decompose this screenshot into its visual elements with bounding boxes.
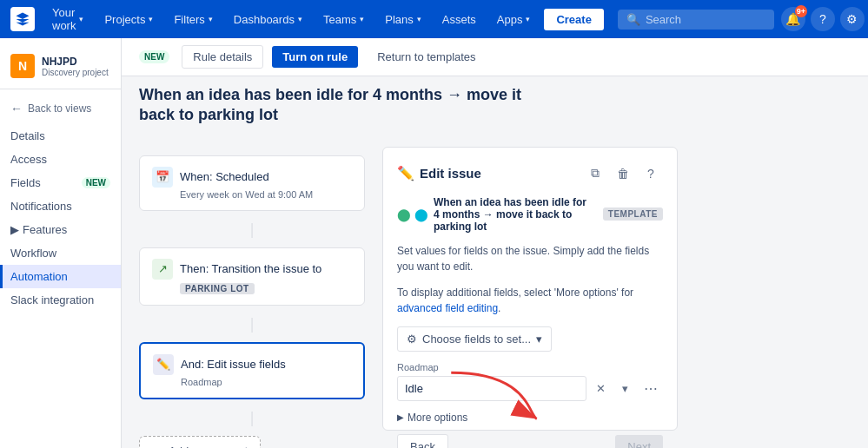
main-content: NEW Rule details Turn on rule Return to … (122, 38, 868, 448)
nav-plans[interactable]: Plans▾ (378, 10, 428, 30)
edit-panel-icon: ✏️ (397, 165, 414, 181)
chevron-down-icon: ▾ (536, 333, 542, 346)
flow-column: 📅 When: Scheduled Every week on Wed at 9… (139, 147, 365, 431)
nav-teams[interactable]: Teams▾ (316, 10, 371, 30)
chevron-down-icon: ▾ (417, 15, 421, 23)
project-info: NHJPD Discovery project (42, 56, 109, 77)
plus-icon: ＋ (152, 444, 163, 448)
back-button[interactable]: Back (397, 434, 448, 448)
back-to-views-link[interactable]: ← Back to views (0, 96, 121, 121)
new-tag: NEW (139, 50, 169, 63)
sidebar-item-features[interactable]: ▶ Features (0, 218, 121, 241)
chevron-down-icon: ▾ (526, 15, 530, 23)
chevron-down-icon: ▾ (298, 15, 302, 23)
panel-description-1: Set values for fields on the issue. Simp… (397, 243, 663, 274)
chevron-right-icon: ▶ (397, 412, 404, 422)
project-type: Discovery project (42, 68, 109, 77)
logo-area (10, 7, 35, 31)
project-name: NHJPD (42, 56, 109, 68)
top-navigation: Your work▾ Projects▾ Filters▾ Dashboards… (0, 0, 868, 38)
transition-icon: ↗ (152, 259, 173, 280)
gear-icon: ⚙ (407, 333, 417, 346)
sidebar-item-automation[interactable]: Automation (0, 265, 121, 288)
canvas: 📅 When: Scheduled Every week on Wed at 9… (122, 129, 868, 448)
copy-panel-button[interactable]: ⧉ (583, 161, 607, 186)
more-options-row[interactable]: ▶ More options (397, 412, 663, 424)
back-arrow-icon: ← (10, 102, 23, 115)
rule-name-area: When an idea has been idle for 4 months … (122, 76, 868, 129)
panel-title: Edit issue (420, 166, 481, 181)
expand-field-button[interactable]: ▾ (614, 378, 635, 399)
choose-fields-button[interactable]: ⚙ Choose fields to set... ▾ (397, 326, 552, 352)
field-label-roadmap: Roadmap (397, 362, 663, 372)
create-button[interactable]: Create (544, 9, 603, 30)
nav-projects[interactable]: Projects▾ (97, 10, 160, 30)
nav-dashboards[interactable]: Dashboards▾ (227, 10, 309, 30)
help-button[interactable]: ? (811, 7, 835, 31)
nav-filters[interactable]: Filters▾ (167, 10, 219, 30)
help-panel-button[interactable]: ? (639, 161, 663, 186)
panel-actions: ⧉ 🗑 ? (583, 161, 663, 186)
new-badge: NEW (82, 177, 110, 188)
parking-lot-badge: PARKING LOT (180, 283, 255, 294)
field-input-row: ✕ ▾ ⋯ (397, 376, 663, 401)
advanced-field-editing-link[interactable]: advanced field editing (397, 302, 498, 314)
sidebar-item-workflow[interactable]: Workflow (0, 241, 121, 265)
step-transition[interactable]: ↗ Then: Transition the issue to PARKING … (139, 247, 365, 306)
nav-apps[interactable]: Apps▾ (490, 10, 538, 30)
chevron-down-icon: ▾ (209, 15, 213, 23)
rule-status-icon-2: ⬤ (414, 208, 428, 221)
step-scheduled-subtitle: Every week on Wed at 9:00 AM (180, 189, 352, 200)
clear-field-button[interactable]: ✕ (590, 378, 611, 399)
nav-icons-group: 🔔 9+ ? ⚙ AK (781, 7, 868, 31)
template-badge: TEMPLATE (603, 208, 663, 221)
step-edit-fields[interactable]: ✏️ And: Edit issue fields Roadmap (139, 342, 365, 399)
next-button[interactable]: Next (615, 435, 663, 448)
step-edit-subtitle: Roadmap (181, 377, 351, 387)
panel-rule-name: When an idea has been idle for 4 months … (434, 196, 593, 233)
connector-2: | (139, 316, 365, 332)
connector-3: | (139, 410, 365, 425)
sidebar-item-access[interactable]: Access (0, 148, 121, 171)
connector-1: | (139, 221, 365, 237)
sidebar-item-slack[interactable]: Slack integration (0, 288, 121, 312)
sidebar: N NHJPD Discovery project ← Back to view… (0, 38, 122, 448)
project-header: N NHJPD Discovery project (0, 49, 121, 89)
nav-your-work[interactable]: Your work▾ (45, 3, 90, 36)
scheduled-icon: 📅 (152, 167, 173, 188)
jira-logo-icon (10, 7, 35, 31)
step-scheduled[interactable]: 📅 When: Scheduled Every week on Wed at 9… (139, 155, 365, 211)
rule-title: When an idea has been idle for 4 months … (139, 85, 539, 126)
delete-panel-button[interactable]: 🗑 (611, 161, 635, 186)
sidebar-item-details[interactable]: Details (0, 124, 121, 148)
return-to-templates-button[interactable]: Return to templates (367, 46, 486, 68)
sub-header: NEW Rule details Turn on rule Return to … (122, 38, 868, 76)
step-scheduled-title: When: Scheduled (180, 170, 269, 183)
edit-icon: ✏️ (153, 354, 174, 375)
field-more-options-button[interactable]: ⋯ (639, 376, 663, 400)
roadmap-field-input[interactable] (397, 376, 586, 401)
right-panel: ✏️ Edit issue ⧉ 🗑 ? ⬤ ⬤ When an idea has… (382, 147, 678, 431)
rule-status-icon-1: ⬤ (397, 208, 411, 221)
notification-badge: 9+ (795, 5, 807, 17)
sidebar-item-fields[interactable]: Fields NEW (0, 171, 121, 194)
rule-details-button[interactable]: Rule details (182, 45, 263, 69)
step-transition-title: Then: Transition the issue to (180, 262, 321, 275)
roadmap-field-row: Roadmap ✕ ▾ ⋯ (397, 362, 663, 401)
chevron-right-icon: ▶ (10, 223, 19, 236)
chevron-down-icon: ▾ (360, 15, 364, 23)
sidebar-item-notifications[interactable]: Notifications (0, 194, 121, 218)
chevron-down-icon: ▾ (149, 15, 153, 23)
turn-on-rule-button[interactable]: Turn on rule (272, 46, 358, 68)
search-bar[interactable]: 🔍 Search (618, 10, 774, 30)
nav-assets[interactable]: Assets (435, 10, 483, 30)
notifications-button[interactable]: 🔔 9+ (781, 7, 805, 31)
settings-button[interactable]: ⚙ (840, 7, 865, 31)
panel-footer: Back Next (397, 434, 663, 448)
panel-description-2: To display additional fields, select 'Mo… (397, 285, 663, 316)
search-icon: 🔍 (626, 13, 640, 26)
add-component-button[interactable]: ＋ Add component (139, 436, 261, 448)
project-icon: N (10, 54, 35, 78)
step-edit-title: And: Edit issue fields (181, 358, 286, 371)
chevron-down-icon: ▾ (79, 15, 83, 23)
